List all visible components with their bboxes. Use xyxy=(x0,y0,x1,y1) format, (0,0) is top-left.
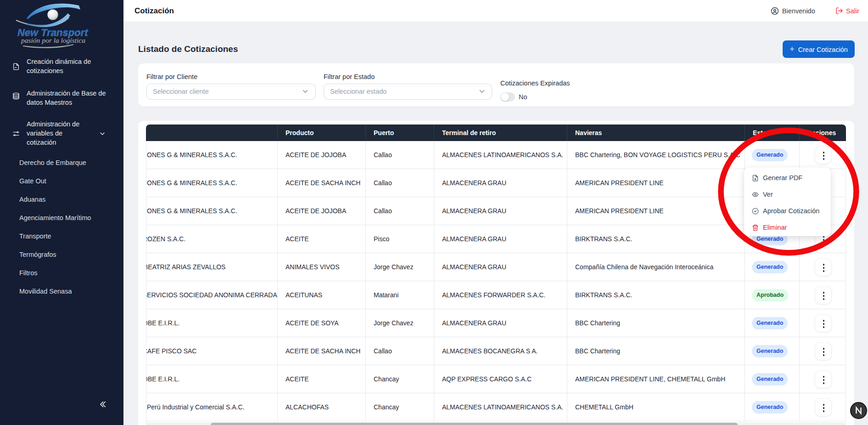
svg-text:pasión por la logística: pasión por la logística xyxy=(21,36,85,44)
